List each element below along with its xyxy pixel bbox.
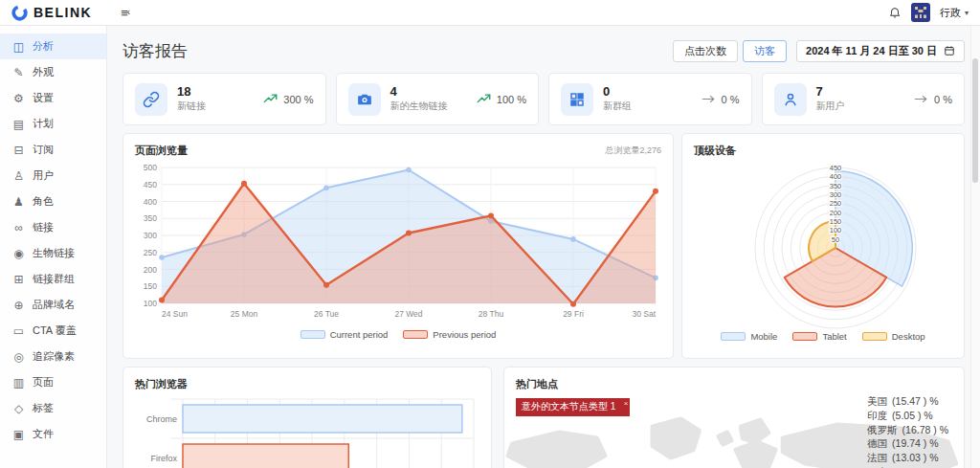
trend-value: 300 % — [283, 94, 313, 105]
location-row-3: 德国(19.74 ) % — [867, 436, 948, 451]
visitors-toggle-button[interactable]: 访客 — [743, 40, 787, 62]
sidebar-item-label: 链接 — [33, 220, 54, 234]
pageviews-legend: Current periodPrevious period — [135, 329, 661, 340]
stat-value: 18 — [177, 85, 206, 98]
sidebar-item-branded-domains[interactable]: ⊕品牌域名 — [0, 292, 106, 318]
pageviews-line-chart: 10015020025030035040045050024 Sun25 Mon2… — [135, 160, 661, 328]
brand-logo[interactable]: BELINK — [11, 5, 92, 21]
legend-label: Current period — [330, 329, 389, 340]
user-avatar[interactable] — [911, 3, 930, 22]
analytics-icon: ◫ — [12, 41, 25, 53]
stat-label: 新的生物链接 — [390, 100, 448, 113]
legend-item-mobile[interactable]: Mobile — [721, 331, 777, 342]
sidebar-item-plans[interactable]: ▤计划 — [0, 111, 106, 137]
sidebar-item-bio-links[interactable]: ◉生物链接 — [0, 240, 106, 266]
country-name: 德国 — [867, 437, 887, 449]
svg-text:200: 200 — [830, 209, 842, 217]
svg-text:350: 350 — [830, 182, 842, 190]
sidebar-item-files[interactable]: ▣文件 — [0, 421, 106, 447]
sidebar-item-tags[interactable]: ◇标签 — [0, 395, 106, 421]
country-percentage: (13.03 ) % — [892, 452, 938, 463]
trend-flat-icon — [702, 94, 716, 104]
close-icon[interactable]: × — [624, 399, 629, 408]
stat-info: 4新的生物链接 — [390, 85, 448, 113]
country-name: 印度 — [867, 410, 887, 421]
legend-item-tablet[interactable]: Tablet — [792, 331, 846, 342]
error-badge-text: 意外的文本节点类型 1 — [522, 401, 615, 412]
browsers-card: 热门浏览器 ChromeFirefox — [122, 367, 492, 468]
legend-swatch — [301, 330, 325, 339]
grid-icon — [561, 83, 593, 116]
user-name: 行政 — [940, 6, 961, 20]
stat-trend: 300 % — [263, 93, 313, 105]
scrollbar-thumb[interactable] — [972, 58, 978, 183]
sidebar-collapse-button[interactable]: ≡‹ — [121, 7, 130, 19]
users-icon: ♙ — [12, 170, 25, 182]
chevron-left-icon: ‹ — [127, 8, 130, 17]
country-percentage: (16.78 ) % — [902, 424, 948, 435]
sidebar-item-label: 生物链接 — [33, 246, 75, 260]
pageviews-title: 页面浏览量 — [135, 144, 188, 158]
main-content: 访客报告 点击次数访客 2024 年 11 月 24 日至 30 日 18新链接… — [107, 26, 980, 468]
notifications-bell-icon[interactable] — [888, 6, 902, 19]
branded-domains-icon: ⊕ — [12, 300, 25, 311]
legend-item-desktop[interactable]: Desktop — [862, 331, 925, 342]
user-icon — [774, 83, 807, 116]
country-percentage: (5.05 ) % — [892, 410, 933, 421]
svg-text:Firefox: Firefox — [150, 454, 177, 463]
location-row-4: 法国(13.03 ) % — [867, 451, 948, 465]
legend-item-current-period[interactable]: Current period — [301, 329, 389, 340]
sidebar-item-appearance[interactable]: ✎外观 — [0, 59, 106, 85]
svg-text:29 Fri: 29 Fri — [563, 309, 584, 319]
svg-text:Chrome: Chrome — [146, 414, 177, 424]
belink-logo-icon — [11, 5, 28, 21]
sidebar-item-tracking-pixels[interactable]: ◎追踪像素 — [0, 344, 106, 369]
sidebar-item-settings[interactable]: ⚙设置 — [0, 85, 106, 111]
sidebar-item-cta-overlays[interactable]: ▭CTA 覆盖 — [0, 318, 106, 344]
plans-icon: ▤ — [12, 119, 25, 130]
pageviews-card: 页面浏览量 总浏览量2,276 100150200250300350400450… — [122, 133, 674, 359]
sidebar-item-subscriptions[interactable]: ⊟订阅 — [0, 137, 106, 163]
sidebar-item-label: 品牌域名 — [33, 298, 75, 312]
legend-label: Tablet — [822, 331, 846, 342]
settings-icon: ⚙ — [12, 93, 25, 104]
svg-text:150: 150 — [830, 217, 842, 226]
sidebar-item-label: 标签 — [33, 401, 54, 415]
browsers-bar-chart: ChromeFirefox — [135, 393, 479, 468]
scrollbar[interactable] — [970, 26, 980, 468]
sidebar-item-users[interactable]: ♙用户 — [0, 163, 106, 189]
svg-text:26 Tue: 26 Tue — [314, 309, 339, 319]
date-range-picker[interactable]: 2024 年 11 月 24 日至 30 日 — [796, 40, 965, 62]
clicks-toggle-button[interactable]: 点击次数 — [673, 40, 738, 62]
stat-info: 18新链接 — [177, 85, 206, 113]
sidebar-item-label: 链接群组 — [33, 272, 75, 286]
stat-card-0: 18新链接300 % — [122, 73, 326, 125]
sidebar-item-label: 外观 — [33, 65, 54, 79]
sidebar-item-pages[interactable]: ▥页面 — [0, 369, 106, 395]
appearance-icon: ✎ — [12, 67, 25, 78]
user-menu[interactable]: 行政 ▾ — [940, 6, 969, 20]
location-row-2: 俄罗斯(16.78 ) % — [867, 423, 948, 437]
error-badge[interactable]: 意外的文本节点类型 1 × — [516, 398, 630, 416]
locations-card: 热门地点 意外的文本节点类型 1 × 美国(15.47 ) %印度(5.0 — [503, 367, 965, 468]
svg-text:500: 500 — [144, 163, 157, 172]
locations-title: 热门地点 — [516, 377, 558, 391]
country-name: 俄罗斯 — [867, 424, 898, 435]
sidebar-item-analytics[interactable]: ◫分析 — [0, 33, 106, 59]
svg-text:400: 400 — [830, 172, 842, 181]
tags-icon: ◇ — [12, 403, 25, 414]
devices-polar-chart: 50100150200250300350400450 — [694, 160, 952, 330]
stat-info: 0新群组 — [603, 85, 632, 113]
stat-card-2: 0新群组0 % — [548, 73, 752, 125]
country-percentage: (15.47 ) % — [892, 395, 938, 407]
sidebar-item-roles[interactable]: ♟角色 — [0, 189, 106, 214]
svg-text:150: 150 — [144, 281, 157, 291]
legend-item-previous-period[interactable]: Previous period — [403, 329, 496, 340]
page-header: 访客报告 点击次数访客 2024 年 11 月 24 日至 30 日 — [122, 37, 965, 64]
sidebar-item-label: 设置 — [33, 91, 54, 105]
sidebar-item-links[interactable]: ∞链接 — [0, 214, 106, 240]
legend-label: Desktop — [892, 331, 925, 342]
subscriptions-icon: ⊟ — [12, 145, 25, 156]
svg-text:400: 400 — [144, 197, 157, 207]
sidebar-item-link-groups[interactable]: ⊞链接群组 — [0, 266, 106, 292]
